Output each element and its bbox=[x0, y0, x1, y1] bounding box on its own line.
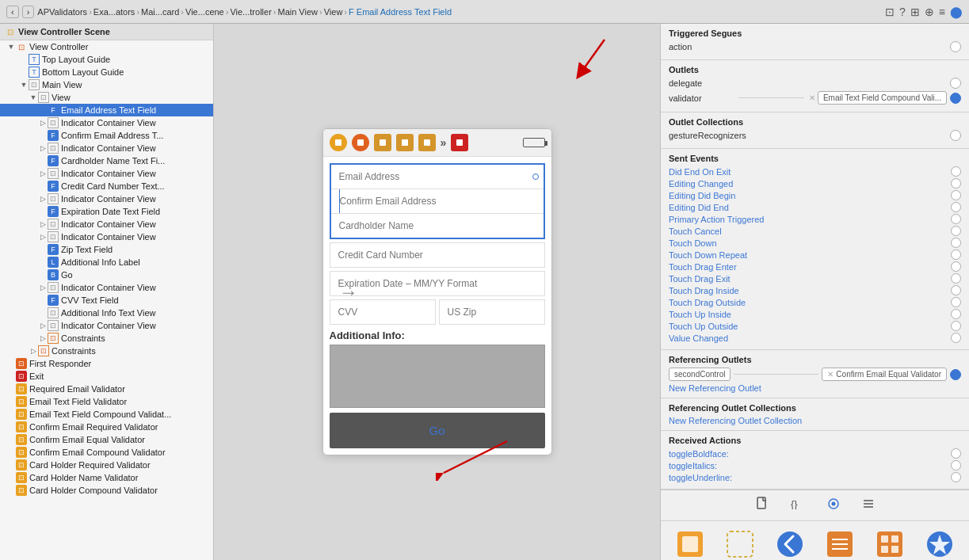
tree-item[interactable]: ▷ ⊡ Constraints bbox=[0, 345, 213, 357]
event-label[interactable]: Primary Action Triggered bbox=[669, 215, 951, 224]
received-action-label[interactable]: toggleItalics: bbox=[669, 461, 951, 470]
bottom-icon-star[interactable] bbox=[916, 524, 963, 560]
go-button[interactable]: Go bbox=[330, 413, 545, 448]
tree-item[interactable]: F Credit Card Number Text... bbox=[0, 180, 213, 192]
bottom-icon-dashed-square[interactable] bbox=[717, 524, 764, 560]
tree-item[interactable]: ▼ ⊡ Main View bbox=[0, 78, 213, 91]
event-label[interactable]: Touch Drag Enter bbox=[669, 262, 951, 272]
phone-icon-3[interactable] bbox=[374, 134, 391, 151]
tree-item[interactable]: B Go bbox=[0, 269, 213, 281]
bottom-icon-yellow-square[interactable] bbox=[667, 524, 714, 560]
cvv-input[interactable] bbox=[330, 299, 436, 325]
event-label[interactable]: Touch Drag Outside bbox=[669, 298, 951, 307]
tree-item[interactable]: F Zip Text Field bbox=[0, 243, 213, 256]
event-label[interactable]: Editing Changed bbox=[669, 179, 951, 189]
breadcrumb-item[interactable]: Vie...cene bbox=[185, 7, 224, 17]
tree-item[interactable]: ⊡ Card Holder Required Validator bbox=[0, 459, 213, 471]
tree-item[interactable]: ⊡ Required Email Validator bbox=[0, 383, 213, 395]
breadcrumb-item[interactable]: Vie...troller bbox=[230, 7, 271, 17]
received-action-circle[interactable] bbox=[951, 472, 961, 482]
tree-item[interactable]: ⊡ Card Holder Name Validator bbox=[0, 471, 213, 484]
event-label[interactable]: Touch Cancel bbox=[669, 227, 951, 236]
tree-item[interactable]: ▷ ⊡ Constraints bbox=[0, 332, 213, 345]
bottom-tab-code[interactable]: {} bbox=[788, 497, 808, 514]
tree-item[interactable]: ⊡ Additional Info Text View bbox=[0, 307, 213, 319]
tree-item[interactable]: ⊡ First Responder bbox=[0, 357, 213, 370]
tree-item[interactable]: ⊡ Confirm Email Equal Validator bbox=[0, 433, 213, 446]
bottom-tab-connections[interactable] bbox=[824, 496, 843, 515]
event-circle[interactable] bbox=[951, 273, 961, 284]
event-circle[interactable] bbox=[951, 333, 961, 343]
expiration-input[interactable] bbox=[330, 271, 545, 296]
tree-item[interactable]: F Expiration Date Text Field bbox=[0, 205, 213, 218]
received-action-label[interactable]: toggleBoldface: bbox=[669, 449, 951, 459]
segue-action-circle[interactable] bbox=[950, 41, 961, 52]
event-label[interactable]: Touch Down Repeat bbox=[669, 250, 951, 260]
event-circle[interactable] bbox=[951, 178, 961, 189]
tree-item[interactable]: ▷ ⊡ Indicator Container View bbox=[0, 167, 213, 180]
bottom-tab-file[interactable] bbox=[753, 495, 772, 516]
tree-item[interactable]: ⊡ Confirm Email Compound Validator bbox=[0, 446, 213, 459]
tree-item[interactable]: F Confirm Email Address T... bbox=[0, 129, 213, 142]
phone-icon-1[interactable] bbox=[330, 134, 347, 151]
event-circle[interactable] bbox=[951, 309, 961, 319]
tree-item[interactable]: T Bottom Layout Guide bbox=[0, 66, 213, 78]
tree-item[interactable]: ▷ ⊡ Indicator Container View bbox=[0, 218, 213, 230]
referencing-outlet-circle[interactable] bbox=[950, 369, 961, 380]
breadcrumb-item[interactable]: APValidators bbox=[37, 7, 87, 17]
breadcrumb-item-active[interactable]: F Email Address Text Field bbox=[349, 7, 452, 17]
add-referencing-outlet-collection[interactable]: New Referencing Outlet Collection bbox=[669, 416, 961, 425]
tree-item[interactable]: F Cardholder Name Text Fi... bbox=[0, 154, 213, 167]
tree-item[interactable]: F CVV Text Field bbox=[0, 294, 213, 307]
tree-item-email-compound[interactable]: ⊡ Email Text Field Compound Validat... bbox=[0, 408, 213, 421]
bottom-icon-list[interactable] bbox=[816, 524, 863, 560]
tree-item[interactable]: ⊡ Card Holder Compound Validator bbox=[0, 484, 213, 497]
phone-icon-4[interactable] bbox=[396, 134, 414, 151]
email-address-input[interactable] bbox=[331, 165, 532, 189]
event-circle[interactable] bbox=[951, 250, 961, 260]
toolbar-icon-help[interactable]: ? bbox=[899, 6, 906, 18]
tree-item[interactable]: T Top Layout Guide bbox=[0, 53, 213, 66]
event-circle[interactable] bbox=[951, 285, 961, 295]
tree-item[interactable]: ⊡ Confirm Email Required Validator bbox=[0, 421, 213, 433]
received-action-circle[interactable] bbox=[951, 460, 961, 470]
outlet-delegate-circle[interactable] bbox=[950, 78, 961, 89]
forward-button[interactable]: › bbox=[22, 6, 35, 18]
toolbar-icon-add[interactable]: ⊕ bbox=[925, 6, 934, 18]
event-label[interactable]: Editing Did End bbox=[669, 203, 951, 212]
toolbar-icon-file[interactable]: ⊡ bbox=[885, 6, 895, 18]
back-button[interactable]: ‹ bbox=[6, 6, 19, 18]
event-label[interactable]: Editing Did Begin bbox=[669, 191, 951, 200]
breadcrumb-item[interactable]: Main View bbox=[277, 7, 318, 17]
tree-item[interactable]: ▼ ⊡ View bbox=[0, 91, 213, 104]
phone-icon-2[interactable] bbox=[352, 134, 369, 151]
zip-input[interactable] bbox=[439, 299, 545, 325]
tree-item[interactable]: ⊡ Email Text Field Validator bbox=[0, 395, 213, 408]
received-action-circle[interactable] bbox=[951, 448, 961, 459]
gesture-circle[interactable] bbox=[950, 130, 961, 141]
phone-icon-5[interactable] bbox=[418, 134, 436, 151]
credit-card-input[interactable] bbox=[330, 242, 545, 268]
event-circle[interactable] bbox=[951, 190, 961, 200]
cardholder-input[interactable] bbox=[331, 214, 544, 238]
event-circle[interactable] bbox=[951, 297, 961, 307]
tree-item[interactable]: ▷ ⊡ Indicator Container View bbox=[0, 281, 213, 294]
event-circle[interactable] bbox=[951, 214, 961, 224]
referencing-outlet-value[interactable]: ✕ Confirm Email Equal Validator bbox=[822, 368, 947, 381]
confirm-email-input[interactable] bbox=[332, 189, 544, 213]
toolbar-icon-breakpoint[interactable]: ⬤ bbox=[950, 6, 963, 18]
event-circle[interactable] bbox=[951, 238, 961, 248]
tree-item[interactable]: ▷ ⊡ Indicator Container View bbox=[0, 230, 213, 243]
event-circle[interactable] bbox=[951, 202, 961, 212]
breadcrumb-item[interactable]: View bbox=[324, 7, 343, 17]
tree-item[interactable]: ▼ ⊡ View Controller bbox=[0, 40, 213, 53]
tree-item[interactable]: ⊡ Exit bbox=[0, 370, 213, 383]
event-label[interactable]: Touch Drag Exit bbox=[669, 274, 951, 284]
phone-icon-6[interactable] bbox=[451, 134, 468, 151]
event-circle[interactable] bbox=[951, 321, 961, 331]
tree-item-selected[interactable]: F Email Address Text Field bbox=[0, 104, 213, 116]
event-label[interactable]: Did End On Exit bbox=[669, 167, 951, 177]
event-circle[interactable] bbox=[951, 166, 961, 177]
event-label[interactable]: Touch Down bbox=[669, 238, 951, 248]
outlet-validator-box[interactable]: Email Text Field Compound Vali... bbox=[818, 91, 947, 105]
